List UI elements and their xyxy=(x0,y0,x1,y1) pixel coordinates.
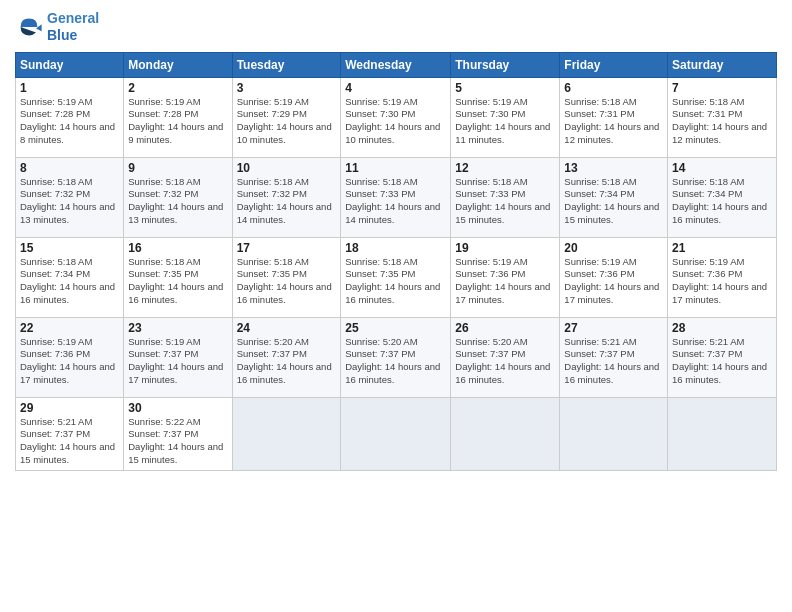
calendar-cell: 21Sunrise: 5:19 AMSunset: 7:36 PMDayligh… xyxy=(668,237,777,317)
day-number: 15 xyxy=(20,241,119,255)
column-header-thursday: Thursday xyxy=(451,52,560,77)
calendar-header-row: SundayMondayTuesdayWednesdayThursdayFrid… xyxy=(16,52,777,77)
calendar-cell: 5Sunrise: 5:19 AMSunset: 7:30 PMDaylight… xyxy=(451,77,560,157)
calendar-cell: 25Sunrise: 5:20 AMSunset: 7:37 PMDayligh… xyxy=(341,317,451,397)
calendar-table: SundayMondayTuesdayWednesdayThursdayFrid… xyxy=(15,52,777,471)
calendar-cell: 4Sunrise: 5:19 AMSunset: 7:30 PMDaylight… xyxy=(341,77,451,157)
page: General Blue SundayMondayTuesdayWednesda… xyxy=(0,0,792,612)
day-number: 5 xyxy=(455,81,555,95)
day-info: Sunrise: 5:20 AMSunset: 7:37 PMDaylight:… xyxy=(455,336,555,387)
calendar-cell: 3Sunrise: 5:19 AMSunset: 7:29 PMDaylight… xyxy=(232,77,341,157)
column-header-tuesday: Tuesday xyxy=(232,52,341,77)
day-info: Sunrise: 5:18 AMSunset: 7:34 PMDaylight:… xyxy=(564,176,663,227)
column-header-sunday: Sunday xyxy=(16,52,124,77)
day-number: 28 xyxy=(672,321,772,335)
calendar-cell: 18Sunrise: 5:18 AMSunset: 7:35 PMDayligh… xyxy=(341,237,451,317)
calendar-week-row: 15Sunrise: 5:18 AMSunset: 7:34 PMDayligh… xyxy=(16,237,777,317)
calendar-cell: 27Sunrise: 5:21 AMSunset: 7:37 PMDayligh… xyxy=(560,317,668,397)
day-number: 20 xyxy=(564,241,663,255)
calendar-cell xyxy=(451,397,560,470)
calendar-cell: 26Sunrise: 5:20 AMSunset: 7:37 PMDayligh… xyxy=(451,317,560,397)
day-info: Sunrise: 5:19 AMSunset: 7:36 PMDaylight:… xyxy=(672,256,772,307)
column-header-saturday: Saturday xyxy=(668,52,777,77)
calendar-cell: 20Sunrise: 5:19 AMSunset: 7:36 PMDayligh… xyxy=(560,237,668,317)
day-info: Sunrise: 5:18 AMSunset: 7:35 PMDaylight:… xyxy=(128,256,227,307)
day-number: 12 xyxy=(455,161,555,175)
day-number: 9 xyxy=(128,161,227,175)
day-number: 24 xyxy=(237,321,337,335)
day-info: Sunrise: 5:19 AMSunset: 7:29 PMDaylight:… xyxy=(237,96,337,147)
day-number: 3 xyxy=(237,81,337,95)
day-info: Sunrise: 5:18 AMSunset: 7:32 PMDaylight:… xyxy=(128,176,227,227)
calendar-cell: 7Sunrise: 5:18 AMSunset: 7:31 PMDaylight… xyxy=(668,77,777,157)
calendar-week-row: 8Sunrise: 5:18 AMSunset: 7:32 PMDaylight… xyxy=(16,157,777,237)
day-info: Sunrise: 5:18 AMSunset: 7:31 PMDaylight:… xyxy=(564,96,663,147)
calendar-cell: 13Sunrise: 5:18 AMSunset: 7:34 PMDayligh… xyxy=(560,157,668,237)
day-info: Sunrise: 5:21 AMSunset: 7:37 PMDaylight:… xyxy=(564,336,663,387)
calendar-cell: 19Sunrise: 5:19 AMSunset: 7:36 PMDayligh… xyxy=(451,237,560,317)
calendar-week-row: 22Sunrise: 5:19 AMSunset: 7:36 PMDayligh… xyxy=(16,317,777,397)
day-info: Sunrise: 5:18 AMSunset: 7:34 PMDaylight:… xyxy=(672,176,772,227)
column-header-monday: Monday xyxy=(124,52,232,77)
calendar-cell: 30Sunrise: 5:22 AMSunset: 7:37 PMDayligh… xyxy=(124,397,232,470)
day-number: 6 xyxy=(564,81,663,95)
calendar-cell: 6Sunrise: 5:18 AMSunset: 7:31 PMDaylight… xyxy=(560,77,668,157)
calendar-cell: 17Sunrise: 5:18 AMSunset: 7:35 PMDayligh… xyxy=(232,237,341,317)
day-info: Sunrise: 5:18 AMSunset: 7:32 PMDaylight:… xyxy=(20,176,119,227)
day-number: 17 xyxy=(237,241,337,255)
day-number: 8 xyxy=(20,161,119,175)
day-info: Sunrise: 5:20 AMSunset: 7:37 PMDaylight:… xyxy=(237,336,337,387)
day-number: 10 xyxy=(237,161,337,175)
calendar-cell: 10Sunrise: 5:18 AMSunset: 7:32 PMDayligh… xyxy=(232,157,341,237)
calendar-cell: 9Sunrise: 5:18 AMSunset: 7:32 PMDaylight… xyxy=(124,157,232,237)
calendar-cell: 23Sunrise: 5:19 AMSunset: 7:37 PMDayligh… xyxy=(124,317,232,397)
day-number: 23 xyxy=(128,321,227,335)
calendar-cell xyxy=(668,397,777,470)
calendar-cell xyxy=(560,397,668,470)
day-info: Sunrise: 5:19 AMSunset: 7:36 PMDaylight:… xyxy=(455,256,555,307)
calendar-cell: 16Sunrise: 5:18 AMSunset: 7:35 PMDayligh… xyxy=(124,237,232,317)
day-number: 2 xyxy=(128,81,227,95)
calendar-cell xyxy=(232,397,341,470)
logo-icon xyxy=(15,13,43,41)
day-info: Sunrise: 5:18 AMSunset: 7:31 PMDaylight:… xyxy=(672,96,772,147)
calendar-cell: 15Sunrise: 5:18 AMSunset: 7:34 PMDayligh… xyxy=(16,237,124,317)
day-number: 14 xyxy=(672,161,772,175)
day-info: Sunrise: 5:19 AMSunset: 7:37 PMDaylight:… xyxy=(128,336,227,387)
day-number: 1 xyxy=(20,81,119,95)
day-number: 21 xyxy=(672,241,772,255)
day-info: Sunrise: 5:19 AMSunset: 7:28 PMDaylight:… xyxy=(20,96,119,147)
column-header-friday: Friday xyxy=(560,52,668,77)
calendar-cell: 28Sunrise: 5:21 AMSunset: 7:37 PMDayligh… xyxy=(668,317,777,397)
calendar-cell xyxy=(341,397,451,470)
day-number: 4 xyxy=(345,81,446,95)
logo: General Blue xyxy=(15,10,99,44)
day-info: Sunrise: 5:18 AMSunset: 7:35 PMDaylight:… xyxy=(237,256,337,307)
calendar-cell: 22Sunrise: 5:19 AMSunset: 7:36 PMDayligh… xyxy=(16,317,124,397)
column-header-wednesday: Wednesday xyxy=(341,52,451,77)
day-info: Sunrise: 5:21 AMSunset: 7:37 PMDaylight:… xyxy=(672,336,772,387)
calendar-cell: 14Sunrise: 5:18 AMSunset: 7:34 PMDayligh… xyxy=(668,157,777,237)
calendar-cell: 24Sunrise: 5:20 AMSunset: 7:37 PMDayligh… xyxy=(232,317,341,397)
day-info: Sunrise: 5:18 AMSunset: 7:34 PMDaylight:… xyxy=(20,256,119,307)
day-info: Sunrise: 5:19 AMSunset: 7:30 PMDaylight:… xyxy=(345,96,446,147)
calendar-cell: 8Sunrise: 5:18 AMSunset: 7:32 PMDaylight… xyxy=(16,157,124,237)
day-number: 18 xyxy=(345,241,446,255)
calendar-week-row: 29Sunrise: 5:21 AMSunset: 7:37 PMDayligh… xyxy=(16,397,777,470)
calendar-cell: 2Sunrise: 5:19 AMSunset: 7:28 PMDaylight… xyxy=(124,77,232,157)
calendar-cell: 29Sunrise: 5:21 AMSunset: 7:37 PMDayligh… xyxy=(16,397,124,470)
calendar-week-row: 1Sunrise: 5:19 AMSunset: 7:28 PMDaylight… xyxy=(16,77,777,157)
day-info: Sunrise: 5:18 AMSunset: 7:33 PMDaylight:… xyxy=(345,176,446,227)
day-number: 11 xyxy=(345,161,446,175)
day-number: 22 xyxy=(20,321,119,335)
day-info: Sunrise: 5:18 AMSunset: 7:33 PMDaylight:… xyxy=(455,176,555,227)
calendar-cell: 12Sunrise: 5:18 AMSunset: 7:33 PMDayligh… xyxy=(451,157,560,237)
day-info: Sunrise: 5:18 AMSunset: 7:32 PMDaylight:… xyxy=(237,176,337,227)
day-info: Sunrise: 5:19 AMSunset: 7:30 PMDaylight:… xyxy=(455,96,555,147)
day-number: 19 xyxy=(455,241,555,255)
day-number: 30 xyxy=(128,401,227,415)
day-number: 29 xyxy=(20,401,119,415)
day-number: 26 xyxy=(455,321,555,335)
day-info: Sunrise: 5:19 AMSunset: 7:36 PMDaylight:… xyxy=(20,336,119,387)
calendar-cell: 1Sunrise: 5:19 AMSunset: 7:28 PMDaylight… xyxy=(16,77,124,157)
